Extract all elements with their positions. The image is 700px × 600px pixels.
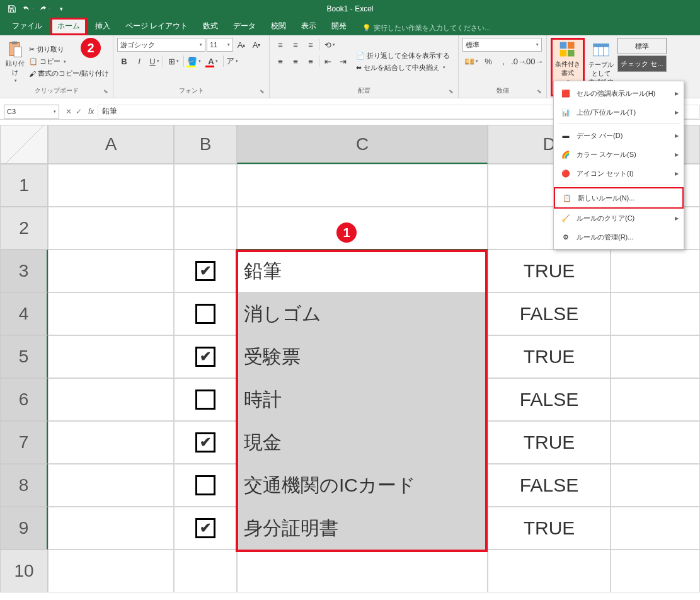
cell[interactable]: 交通機関のICカード	[237, 464, 488, 507]
cell[interactable]: TRUE	[488, 250, 611, 292]
align-center-icon[interactable]: ≡	[289, 54, 302, 68]
cell[interactable]: ✔	[174, 335, 237, 378]
align-top-icon[interactable]: ≡	[273, 38, 287, 52]
cf-highlight-rules[interactable]: 🟥セルの強調表示ルール(H)▶	[554, 84, 684, 103]
row-header[interactable]: 1	[0, 164, 48, 207]
decrease-indent-icon[interactable]: ⇤	[321, 54, 335, 68]
cell[interactable]	[611, 464, 700, 507]
cell[interactable]	[174, 378, 237, 421]
cf-data-bars[interactable]: ▬データ バー(D)▶	[554, 126, 684, 145]
cell[interactable]	[174, 207, 237, 250]
align-bottom-icon[interactable]: ≡	[304, 38, 318, 52]
cf-manage-rules[interactable]: ⚙ルールの管理(R)...	[554, 228, 684, 246]
checkbox[interactable]	[195, 389, 215, 410]
phonetic-button[interactable]: ア▾	[225, 54, 239, 68]
font-name-combo[interactable]: 游ゴシック▾	[117, 38, 205, 52]
col-header-A[interactable]: A	[48, 125, 174, 164]
cell[interactable]	[48, 207, 174, 250]
comma-format-icon[interactable]: ,	[496, 54, 510, 68]
cell[interactable]	[611, 378, 700, 421]
font-color-button[interactable]: A▾	[204, 54, 222, 68]
cell[interactable]: TRUE	[488, 335, 611, 378]
wrap-text-button[interactable]: 📄 折り返して全体を表示する	[356, 50, 450, 61]
bold-button[interactable]: B	[117, 54, 131, 68]
cell[interactable]	[48, 250, 174, 292]
accounting-format-icon[interactable]: 💴▾	[462, 54, 480, 68]
cell[interactable]	[488, 550, 611, 592]
tab-file[interactable]: ファイル	[5, 18, 49, 35]
checkbox[interactable]: ✔	[195, 432, 215, 453]
tab-formulas[interactable]: 数式	[196, 18, 225, 35]
tab-insert[interactable]: 挿入	[88, 18, 117, 35]
cell[interactable]	[48, 335, 174, 378]
cell[interactable]	[237, 550, 488, 592]
cell[interactable]: FALSE	[488, 378, 611, 421]
shrink-font-icon[interactable]: A▾	[250, 38, 263, 52]
number-format-combo[interactable]: 標準▾	[462, 38, 542, 52]
row-header[interactable]: 4	[0, 292, 48, 335]
cell[interactable]	[237, 164, 488, 207]
tab-data[interactable]: データ	[226, 18, 263, 35]
cell[interactable]: 消しゴム	[237, 292, 488, 335]
cell[interactable]	[611, 421, 700, 464]
cell[interactable]	[611, 292, 700, 335]
cf-top-bottom-rules[interactable]: 📊上位/下位ルール(T)▶	[554, 103, 684, 122]
fx-icon[interactable]: fx	[88, 107, 94, 116]
tab-developer[interactable]: 開発	[324, 18, 353, 35]
underline-button[interactable]: U▾	[147, 54, 161, 68]
col-header-B[interactable]: B	[174, 125, 237, 164]
cf-new-rule[interactable]: 📋新しいルール(N)...	[554, 187, 684, 209]
enter-formula-icon[interactable]: ✓	[76, 107, 82, 116]
qat-customize-icon[interactable]: ▾	[54, 2, 68, 16]
cell[interactable]: ✔	[174, 507, 237, 550]
cell[interactable]	[48, 292, 174, 335]
checkbox[interactable]: ✔	[195, 347, 215, 367]
cell[interactable]: TRUE	[488, 507, 611, 550]
align-left-icon[interactable]: ≡	[273, 54, 287, 68]
select-all-corner[interactable]	[0, 125, 48, 164]
cell[interactable]	[174, 550, 237, 592]
cell[interactable]: 時計	[237, 378, 488, 421]
cell[interactable]: TRUE	[488, 421, 611, 464]
cell[interactable]	[611, 250, 700, 292]
format-painter-button[interactable]: 🖌 書式のコピー/貼り付け	[29, 68, 109, 79]
italic-button[interactable]: I	[132, 54, 146, 68]
cell[interactable]	[174, 292, 237, 335]
percent-format-icon[interactable]: %	[481, 54, 495, 68]
cell[interactable]: 鉛筆	[237, 250, 488, 292]
decrease-decimal-icon[interactable]: .00→	[527, 54, 541, 68]
cell[interactable]: ✔	[174, 250, 237, 292]
cell[interactable]	[174, 164, 237, 207]
name-box[interactable]: C3▾	[4, 105, 59, 118]
cell[interactable]	[48, 164, 174, 207]
cell[interactable]	[237, 207, 488, 250]
checkbox[interactable]	[195, 304, 215, 324]
undo-icon[interactable]: ▾	[21, 2, 35, 16]
cell[interactable]: 現金	[237, 421, 488, 464]
cancel-formula-icon[interactable]: ✕	[66, 107, 72, 116]
row-header[interactable]: 8	[0, 464, 48, 507]
row-header[interactable]: 2	[0, 207, 48, 250]
cell[interactable]	[174, 464, 237, 507]
cell[interactable]	[611, 335, 700, 378]
cf-icon-sets[interactable]: 🔴アイコン セット(I)▶	[554, 164, 684, 183]
col-header-C[interactable]: C	[237, 125, 488, 164]
cell-style-normal[interactable]: 標準	[617, 38, 667, 54]
cell[interactable]	[611, 507, 700, 550]
tell-me[interactable]: 💡 実行したい作業を入力してください...	[362, 23, 490, 35]
row-header[interactable]: 9	[0, 507, 48, 550]
row-header[interactable]: 7	[0, 421, 48, 464]
border-button[interactable]: ⊞▾	[164, 54, 182, 68]
align-middle-icon[interactable]: ≡	[289, 38, 302, 52]
cf-color-scales[interactable]: 🌈カラー スケール(S)▶	[554, 145, 684, 164]
copy-button[interactable]: 📋 コピー ▾	[29, 56, 109, 67]
cell[interactable]	[48, 421, 174, 464]
cell[interactable]	[48, 464, 174, 507]
alignment-launcher-icon[interactable]: ⬊	[449, 88, 456, 96]
number-launcher-icon[interactable]: ⬊	[537, 88, 544, 96]
cell[interactable]	[48, 507, 174, 550]
tab-review[interactable]: 校閲	[264, 18, 293, 35]
fill-color-button[interactable]: 🪣▾	[185, 54, 203, 68]
increase-indent-icon[interactable]: ⇥	[336, 54, 350, 68]
cell[interactable]	[48, 550, 174, 592]
